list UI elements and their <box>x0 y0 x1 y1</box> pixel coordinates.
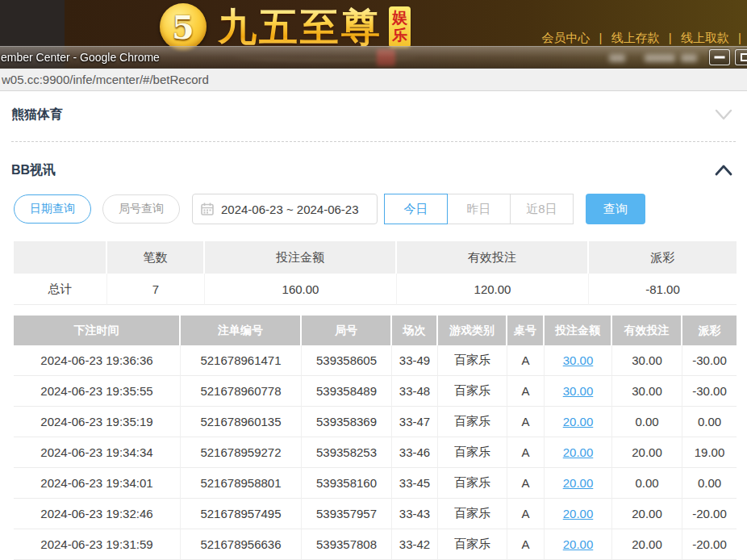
time-cell: 2024-06-23 19:32:46 <box>14 499 181 529</box>
bet-amount-cell: 20.00 <box>545 437 612 468</box>
summary-header-row: 笔数 投注金额 有效投注 派彩 <box>14 241 737 274</box>
date-range-input[interactable]: 2024-06-23 ~ 2024-06-23 <box>192 194 378 224</box>
bet-amount-link[interactable]: 20.00 <box>563 445 594 459</box>
site-logo: 5 九五至尊 娱 乐 <box>160 3 411 50</box>
last-8-days-button[interactable]: 近8日 <box>510 194 574 224</box>
minimize-icon <box>715 56 725 59</box>
bet-row: 2024-06-23 19:31:59 521678956636 5393578… <box>14 529 737 560</box>
bet-row: 2024-06-23 19:34:34 521678959272 5393582… <box>14 437 737 468</box>
payout-cell: -20.00 <box>682 499 737 529</box>
valid-bet-cell: 20.00 <box>612 499 682 529</box>
table-no-cell: A <box>507 437 545 468</box>
header-bet-id: 注单编号 <box>181 316 302 345</box>
bet-amount-cell: 30.00 <box>545 345 612 376</box>
logo-title: 九五至尊 <box>218 3 382 50</box>
time-cell: 2024-06-23 19:35:55 <box>14 376 181 407</box>
section-title: 熊猫体育 <box>11 107 63 123</box>
bet-amount-link[interactable]: 20.00 <box>563 476 594 490</box>
bet-id-cell: 521678960135 <box>181 407 302 437</box>
total-valid-bet-cell: 120.00 <box>397 274 589 305</box>
time-cell: 2024-06-23 19:35:19 <box>14 407 181 437</box>
summary-header-valid-bet: 有效投注 <box>397 241 589 274</box>
today-button[interactable]: 今日 <box>384 194 448 224</box>
maximize-icon <box>741 53 747 61</box>
blurred-text-decoration <box>645 54 675 62</box>
session-cell: 33-46 <box>392 437 438 468</box>
payout-cell: -30.00 <box>682 345 737 376</box>
valid-bet-cell: 20.00 <box>612 437 682 468</box>
bet-id-cell: 521678961471 <box>181 345 302 376</box>
screen: 5 九五至尊 娱 乐 会员中心 | 线上存款 | 线上取款 | ember Ce… <box>0 0 747 560</box>
bet-amount-link[interactable]: 30.00 <box>563 384 594 398</box>
bet-amount-link[interactable]: 20.00 <box>563 415 594 428</box>
chevron-down-icon <box>715 109 732 120</box>
logo-5-icon: 5 <box>160 3 207 50</box>
table-no-cell: A <box>507 529 545 560</box>
bet-row: 2024-06-23 19:32:46 521678957495 5393579… <box>14 499 737 529</box>
yesterday-button[interactable]: 昨日 <box>447 194 511 224</box>
browser-titlebar: ember Center - Google Chrome <box>0 46 747 69</box>
calendar-icon <box>201 203 214 215</box>
minimize-button[interactable] <box>709 49 730 65</box>
nav-online-deposit-link[interactable]: 线上存款 <box>611 31 660 44</box>
bet-id-cell: 521678958801 <box>181 468 302 499</box>
summary-total-row: 总计 7 160.00 120.00 -81.00 <box>14 274 737 305</box>
bet-amount-link[interactable]: 20.00 <box>563 537 594 551</box>
section-bb-video[interactable]: BB视讯 <box>0 157 747 184</box>
game-cell: 百家乐 <box>438 468 507 499</box>
blurred-text-decoration <box>609 54 625 62</box>
badge-char: 娱 <box>392 9 407 27</box>
chevron-up-icon <box>715 165 732 176</box>
bet-amount-link[interactable]: 20.00 <box>563 507 594 520</box>
logo-number: 5 <box>172 8 194 46</box>
maximize-button[interactable] <box>735 49 747 65</box>
session-cell: 33-45 <box>392 468 438 499</box>
session-cell: 33-47 <box>392 407 438 437</box>
banner-nav: 会员中心 | 线上存款 | 线上取款 | <box>541 31 747 46</box>
header-session: 场次 <box>392 316 438 345</box>
search-button[interactable]: 查询 <box>586 194 645 224</box>
page-content: 熊猫体育 BB视讯 日期查询 局号查询 <box>0 91 747 560</box>
total-count-cell: 7 <box>107 274 205 305</box>
game-cell: 百家乐 <box>438 376 507 407</box>
bet-id-cell: 521678959272 <box>181 437 302 468</box>
quick-date-group: 今日 昨日 近8日 <box>384 194 574 224</box>
header-bet-time: 下注时间 <box>14 316 181 345</box>
browser-url-bar[interactable]: w05.cc:9900/infe/mcenter/#/betRecord <box>0 69 747 91</box>
game-cell: 百家乐 <box>438 499 507 529</box>
round-cell: 539358489 <box>302 376 392 407</box>
time-cell: 2024-06-23 19:36:36 <box>14 345 181 376</box>
url-text: w05.cc:9900/infe/mcenter/#/betRecord <box>2 73 209 86</box>
total-bet-amount-cell: 160.00 <box>205 274 397 305</box>
total-label-cell: 总计 <box>14 274 107 305</box>
header-table-no: 桌号 <box>507 316 545 345</box>
game-cell: 百家乐 <box>438 407 507 437</box>
table-no-cell: A <box>507 345 545 376</box>
header-payout: 派彩 <box>682 316 737 345</box>
payout-cell: -30.00 <box>682 376 737 407</box>
round-query-tab[interactable]: 局号查询 <box>102 194 180 224</box>
section-panda-sports[interactable]: 熊猫体育 <box>0 101 747 128</box>
summary-header-blank <box>14 241 107 274</box>
payout-cell: 19.00 <box>682 437 737 468</box>
summary-table: 笔数 投注金额 有效投注 派彩 总计 7 160.00 120.00 -81.0… <box>14 241 737 305</box>
round-cell: 539357808 <box>302 529 392 560</box>
time-cell: 2024-06-23 19:31:59 <box>14 529 181 560</box>
time-cell: 2024-06-23 19:34:01 <box>14 468 181 499</box>
bet-row: 2024-06-23 19:36:36 521678961471 5393586… <box>14 345 737 376</box>
bet-id-cell: 521678956636 <box>181 529 302 560</box>
nav-online-withdraw-link[interactable]: 线上取款 <box>681 31 729 44</box>
round-cell: 539358605 <box>302 345 392 376</box>
bet-amount-cell: 20.00 <box>545 499 612 529</box>
blurred-text-decoration <box>681 54 697 62</box>
nav-separator: | <box>738 31 741 44</box>
date-query-tab[interactable]: 日期查询 <box>14 194 91 224</box>
session-cell: 33-42 <box>392 529 438 560</box>
nav-member-center-link[interactable]: 会员中心 <box>541 31 590 44</box>
round-cell: 539358253 <box>302 437 392 468</box>
bet-amount-link[interactable]: 30.00 <box>563 353 594 367</box>
nav-separator: | <box>669 31 672 44</box>
valid-bet-cell: 30.00 <box>612 376 682 407</box>
filter-toolbar: 日期查询 局号查询 2024-06-23 ~ 2024-06-23 今日 <box>14 194 733 224</box>
bet-id-cell: 521678957495 <box>181 499 302 529</box>
